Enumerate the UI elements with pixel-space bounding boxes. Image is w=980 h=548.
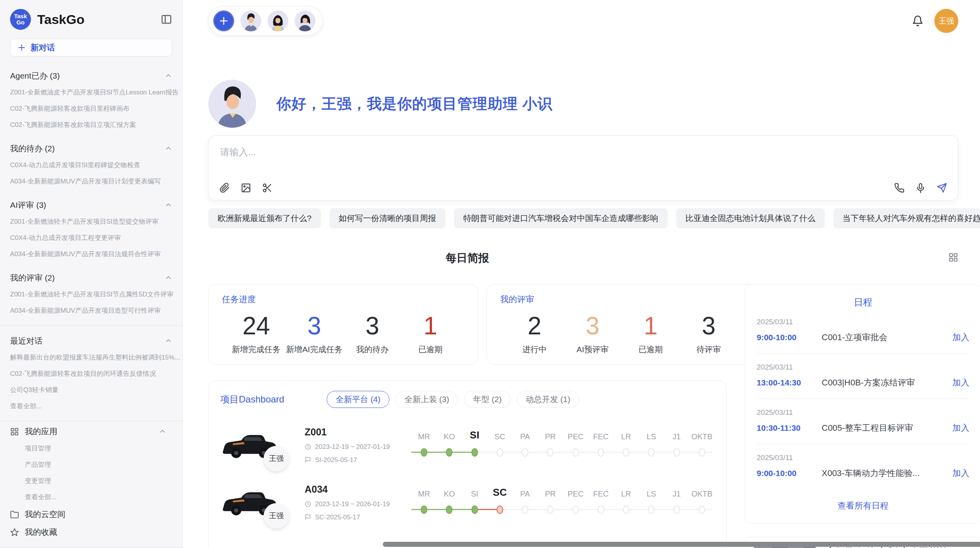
view-all-schedules-link[interactable]: 查看所有日程	[757, 500, 969, 512]
milestone-label: MR	[411, 432, 437, 441]
layout-grid-icon[interactable]	[948, 252, 958, 262]
list-item[interactable]: A034-全新新能源MUV产品开发项目法规符合性评审	[0, 246, 182, 262]
milestone-node[interactable]	[673, 448, 680, 457]
image-icon[interactable]	[241, 183, 251, 193]
milestone-node[interactable]	[522, 448, 528, 457]
suggestion-chip[interactable]: 比亚迪全固态电池计划具体说了什么	[676, 208, 825, 228]
suggestion-chip[interactable]: 当下年轻人对汽车外观有怎样的喜好趋势	[833, 208, 980, 228]
chevron-up-icon[interactable]	[164, 201, 172, 209]
list-item[interactable]: C02-飞腾新能源轻客改款项目立项汇报方案	[0, 117, 182, 133]
chevron-up-icon[interactable]	[164, 145, 172, 152]
join-link[interactable]: 加入	[952, 422, 969, 434]
milestone-node-done[interactable]	[471, 505, 478, 514]
milestone-node[interactable]	[623, 448, 629, 457]
milestone-node[interactable]	[673, 505, 680, 514]
suggestion-chips: 欧洲新规最近颁布了什么? 如何写一份清晰的项目周报 特朗普可能对进口汽车增税会对…	[208, 208, 958, 228]
plus-icon	[17, 43, 26, 52]
project-row[interactable]: 王强 A034 2023-12-19 ~ 2026-01-19 SC-2025-…	[220, 482, 714, 522]
view-all-link[interactable]: 查看全部...	[0, 398, 182, 414]
list-item[interactable]: C0X4-动力总成开发项目SI里程碑提交物检查	[0, 157, 182, 173]
section-my-todo[interactable]: 我的待办 (2)	[0, 140, 182, 157]
dashboard-tabs: 全新平台 (4) 全新上装 (3) 年型 (2) 动总开发 (1)	[327, 391, 579, 408]
tab-new-platform[interactable]: 全新平台 (4)	[327, 391, 389, 408]
suggestion-chip[interactable]: 如何写一份清晰的项目周报	[329, 208, 445, 228]
mic-icon[interactable]	[915, 183, 926, 193]
grid-icon	[10, 427, 19, 436]
chevron-up-icon[interactable]	[164, 274, 172, 282]
card-title: 我的评审	[500, 294, 743, 305]
milestone-node[interactable]	[598, 448, 604, 457]
project-row[interactable]: 王强 Z001 2023-12-19 ~ 2027-01-19 SI-2025-…	[220, 425, 714, 465]
milestone-node[interactable]	[699, 505, 705, 514]
chevron-up-icon[interactable]	[164, 72, 172, 80]
list-item[interactable]: A034-全新新能源MUV产品开发项目计划变更表编写	[0, 173, 182, 190]
section-my-review[interactable]: 我的评审 (2)	[0, 269, 182, 286]
section-agent-done[interactable]: Agent已办 (3)	[0, 67, 182, 84]
join-link[interactable]: 加入	[952, 332, 969, 343]
milestone-node-done[interactable]	[446, 448, 452, 457]
milestone-node[interactable]	[547, 505, 553, 514]
send-icon[interactable]	[937, 183, 947, 193]
list-item[interactable]: A034-全新新能源MUV产品开发项目造型可行性评审	[0, 303, 182, 319]
list-item[interactable]: 公司Q3轻卡销量	[0, 382, 182, 398]
bell-icon[interactable]	[912, 15, 923, 27]
milestone-node-done[interactable]	[421, 505, 427, 514]
horizontal-scrollbar[interactable]	[383, 542, 980, 547]
chat-input-card[interactable]: 请输入...	[208, 135, 958, 200]
section-ai-review[interactable]: AI评审 (3)	[0, 197, 182, 214]
sidebar-item-product-mgmt[interactable]: 产品管理	[0, 457, 182, 473]
metric-value: 3	[285, 312, 343, 340]
avatar[interactable]	[267, 10, 288, 31]
chevron-up-icon[interactable]	[159, 428, 166, 435]
milestone-node[interactable]	[572, 505, 579, 514]
milestone-node[interactable]	[497, 448, 503, 457]
view-all-link[interactable]: 查看全部...	[0, 489, 182, 505]
avatar[interactable]	[240, 10, 261, 31]
tab-new-body[interactable]: 全新上装 (3)	[396, 391, 458, 408]
attachment-icon[interactable]	[219, 183, 230, 193]
sidebar-collapse-icon[interactable]	[161, 14, 172, 25]
scissors-icon[interactable]	[262, 183, 272, 193]
list-item[interactable]: Z001-全新燃油皮卡产品开发项目SI节点Lesson Learn报告	[0, 84, 182, 101]
add-member-button[interactable]	[213, 10, 234, 31]
user-avatar[interactable]: 王强	[934, 9, 958, 33]
milestone-node[interactable]	[572, 448, 579, 457]
phone-icon[interactable]	[894, 183, 905, 193]
sidebar-item-project-mgmt[interactable]: 项目管理	[0, 440, 182, 457]
milestone-node-done[interactable]	[421, 448, 427, 457]
milestone-node-done[interactable]	[471, 448, 478, 457]
tab-year-model[interactable]: 年型 (2)	[464, 391, 511, 408]
join-link[interactable]: 加入	[952, 468, 969, 479]
list-item[interactable]: Z001-全新燃油轻卡产品开发项目SI造型提交物评审	[0, 214, 182, 230]
milestone-node-done[interactable]	[446, 505, 452, 514]
milestone-node[interactable]	[547, 448, 553, 457]
tab-powertrain[interactable]: 动总开发 (1)	[517, 391, 579, 408]
milestone-node[interactable]	[598, 505, 604, 514]
list-item[interactable]: C02-飞腾新能源轻客改款项目的闭环通告反馈情况	[0, 366, 182, 382]
sidebar-item-cloud-space[interactable]: 我的云空间	[0, 505, 182, 523]
suggestion-chip[interactable]: 特朗普可能对进口汽车增税会对中国车企造成哪些影响	[454, 208, 668, 228]
sidebar-item-change-mgmt[interactable]: 变更管理	[0, 473, 182, 489]
sidebar-item-my-apps[interactable]: 我的应用	[0, 423, 182, 440]
list-item[interactable]: 解释最新出台的欧盟报废车法规再生塑料比例被调到15%...	[0, 349, 182, 366]
sidebar-item-favorites[interactable]: 我的收藏	[0, 523, 182, 541]
chevron-up-icon[interactable]	[164, 337, 172, 345]
milestone-node[interactable]	[648, 448, 654, 457]
avatar[interactable]	[295, 10, 315, 31]
milestone-node[interactable]	[699, 448, 705, 457]
chat-input-placeholder: 请输入...	[220, 146, 256, 158]
list-item[interactable]: Z001-全新燃油轻卡产品开发项目SI节点属性5D文件评审	[0, 286, 182, 303]
milestone-node[interactable]	[522, 505, 528, 514]
list-item[interactable]: C02-飞腾新能源轻客改款项目里程碑画布	[0, 101, 182, 117]
milestone-node[interactable]	[648, 505, 654, 514]
composer-right-icons	[894, 183, 947, 193]
milestone-label: SC	[487, 432, 512, 441]
milestone-label-current: SC	[487, 486, 512, 498]
milestone-node[interactable]	[623, 505, 629, 514]
new-chat-button[interactable]: 新对话	[10, 39, 172, 57]
milestone-node-overdue[interactable]	[497, 505, 503, 514]
join-link[interactable]: 加入	[952, 377, 969, 389]
section-recent-chats[interactable]: 最近对话	[0, 332, 182, 349]
suggestion-chip[interactable]: 欧洲新规最近颁布了什么?	[208, 208, 321, 228]
list-item[interactable]: C0X4-动力总成开发项目工程变更评审	[0, 230, 182, 246]
